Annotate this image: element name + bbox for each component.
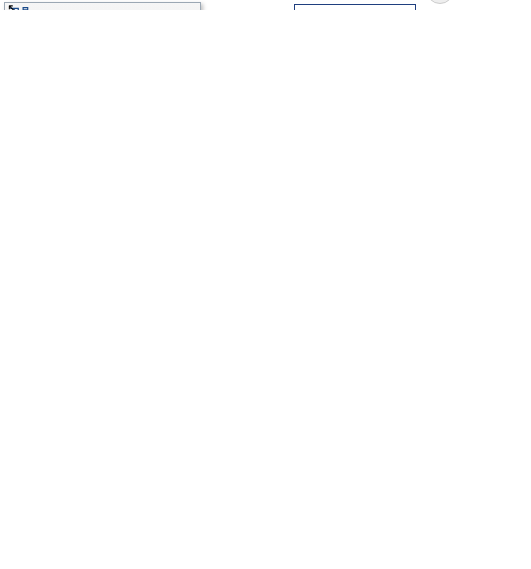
panel1-header: 刀具 [5,3,200,10]
watermark: ✉ UG数控编程 [426,0,532,4]
callout-tool: 刀具设为 D3R1.5 [294,4,416,10]
cursor-icon: ↖ [7,1,18,10]
wechat-icon: ✉ [426,0,454,4]
